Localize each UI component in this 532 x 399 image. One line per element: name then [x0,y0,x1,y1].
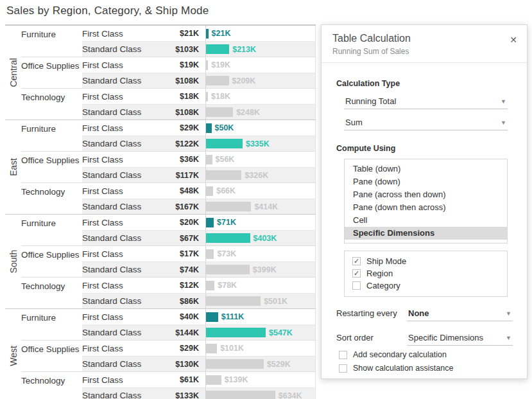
category-rows: First Class$36K$56KStandard Class$117K$3… [82,152,316,182]
dimension-row: ✓Region [352,267,499,279]
restarting-every-dropdown[interactable]: None ▼ [407,306,513,321]
add-secondary-calculation-checkbox[interactable] [339,351,347,359]
bar-label: $403K [253,234,277,243]
sales-value-cell: $108K [164,76,205,85]
category-block: TechnologyFirst Class$18K$18KStandard Cl… [21,88,316,120]
sales-value-cell: $18K [164,92,205,101]
category-rows: First Class$29K$101KStandard Class$130K$… [82,341,316,371]
sales-value-cell: $167K [164,202,205,211]
running-sum-bar[interactable] [206,218,214,227]
compute-option[interactable]: Cell [345,214,507,227]
category-block: FurnitureFirst Class$29K$50KStandard Cla… [21,120,316,151]
category-block: TechnologyFirst Class$48K$66KStandard Cl… [21,182,316,214]
compute-option[interactable]: Specific Dimensions [345,227,507,240]
bar-label: $634K [279,391,302,399]
table-row: Standard Class$86K$501K [82,293,316,308]
sales-value-cell: $29K [164,344,205,353]
add-secondary-calculation-label: Add secondary calculation [353,350,447,359]
category-rows: First Class$20K$71KStandard Class$67K$40… [82,215,316,245]
calculation-type-dropdown[interactable]: Running Total ▼ [344,94,508,109]
bar-cell: $66K [205,183,316,199]
table-row: First Class$48K$66K [82,183,316,199]
running-sum-bar[interactable] [206,155,212,164]
sales-value-cell: $103K [164,45,205,54]
table-row: First Class$18K$18K [82,89,316,104]
ship-mode-cell: First Class [82,29,164,39]
sales-value-cell: $61K [164,375,205,384]
dialog-title: Table Calculation [332,33,515,44]
sort-order-dropdown[interactable]: Specific Dimensions ▼ [407,330,513,346]
bar-cell: $50K [205,120,316,136]
sales-value-cell: $29K [164,123,205,132]
compute-option[interactable]: Pane (down) [345,175,507,188]
category-rows: First Class$18K$18KStandard Class$108K$2… [82,89,316,120]
running-sum-bar[interactable] [206,123,212,133]
running-sum-bar[interactable] [206,202,251,211]
dimension-checkbox[interactable]: ✓ [352,257,361,265]
sales-table: CentralFurnitureFirst Class$21K$21KStand… [5,24,316,399]
region-label: Central [8,58,19,87]
region-rows: FurnitureFirst Class$40K$111KStandard Cl… [21,309,316,399]
running-sum-bar[interactable] [206,281,214,290]
running-sum-bar[interactable] [206,328,266,337]
running-sum-bar[interactable] [206,170,241,180]
running-sum-bar[interactable] [206,60,208,70]
running-sum-bar[interactable] [206,139,243,148]
running-sum-bar[interactable] [206,249,214,259]
compute-option[interactable]: Pane (across then down) [345,188,507,201]
running-sum-bar[interactable] [206,92,208,102]
dimension-label: Region [366,269,393,278]
running-sum-bar[interactable] [206,186,213,196]
sales-value-cell: $86K [164,297,205,306]
running-sum-bar[interactable] [206,344,217,353]
bar-cell: $501K [205,294,316,308]
sales-value-cell: $21K [164,29,205,38]
sales-value-cell: $12K [164,281,205,290]
compute-option[interactable]: Pane (down then across) [345,201,507,214]
bar-cell: $209K [205,73,316,88]
bar-label: $101K [220,344,244,353]
bar-cell: $213K [205,42,316,57]
running-sum-bar[interactable] [206,296,261,306]
aggregation-value: Sum [345,118,501,127]
table-row: First Class$20K$71K [82,215,316,230]
sales-value-cell: $117K [164,171,205,180]
bar-label: $248K [236,108,260,117]
sales-value-cell: $20K [164,218,205,227]
dialog-header: Table Calculation Running Sum of Sales ✕ [322,25,527,63]
running-sum-bar[interactable] [206,107,233,117]
table-row: First Class$29K$50K [82,120,316,136]
compute-option[interactable]: Table (down) [345,163,507,175]
table-row: First Class$21K$21K [82,26,316,41]
dimension-checkbox[interactable]: ✓ [352,269,361,278]
running-sum-bar[interactable] [206,76,229,85]
restarting-every-value: None [408,308,506,318]
category-rows: First Class$19K$19KStandard Class$108K$2… [82,57,316,88]
running-sum-bar[interactable] [206,29,209,39]
ship-mode-cell: Standard Class [82,170,164,180]
aggregation-dropdown[interactable]: Sum ▼ [344,115,508,130]
bar-cell: $71K [205,215,316,230]
running-sum-bar[interactable] [206,233,250,243]
running-sum-bar[interactable] [206,359,264,369]
bar-label: $66K [216,186,236,195]
bar-label: $111K [221,312,244,321]
bar-label: $414K [254,202,278,211]
table-row: Standard Class$130K$529K [82,356,316,371]
running-sum-bar[interactable] [206,265,250,274]
running-sum-bar[interactable] [206,44,229,54]
close-icon[interactable]: ✕ [508,33,519,46]
chevron-down-icon: ▼ [501,98,506,105]
running-sum-bar[interactable] [206,391,275,399]
bar-label: $529K [267,360,291,369]
table-row: Standard Class$117K$326K [82,167,316,182]
ship-mode-cell: Standard Class [82,233,164,243]
running-sum-bar[interactable] [206,312,218,322]
table-row: Standard Class$133K$634K [82,387,316,399]
table-row: Standard Class$67K$403K [82,230,316,245]
dimension-checkbox[interactable] [352,281,361,290]
sales-value-cell: $17K [164,249,205,258]
show-calculation-assistance-checkbox[interactable] [339,364,347,373]
running-sum-bar[interactable] [206,375,221,385]
region-header: South [5,215,21,308]
